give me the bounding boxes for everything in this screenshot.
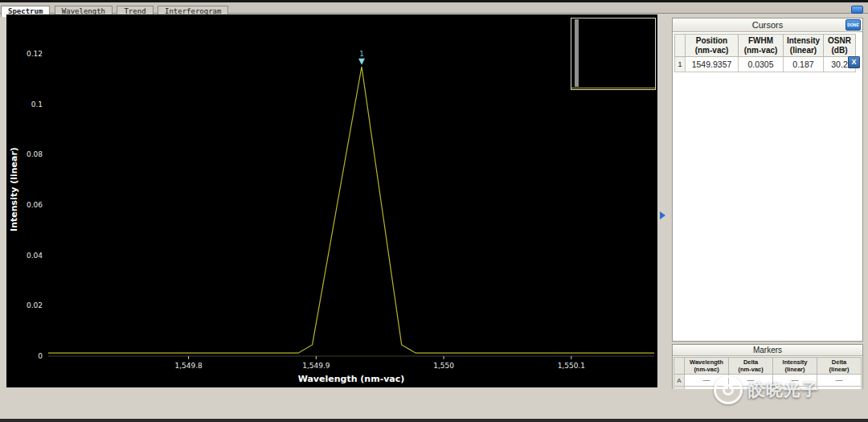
cursor-delete-button[interactable]: X bbox=[848, 56, 860, 68]
cursor-intensity-value: 0.187 bbox=[784, 57, 824, 72]
markers-header-id bbox=[674, 358, 685, 375]
cursor-row: 1 1549.9357 0.0305 0.187 30.2 bbox=[675, 57, 856, 72]
col-label-line1: Intensity bbox=[773, 358, 817, 366]
cursors-done-button[interactable]: DONE bbox=[845, 19, 861, 31]
col-label-line2: (dB) bbox=[825, 46, 854, 55]
svg-text:0.04: 0.04 bbox=[27, 252, 43, 260]
cursors-header-fwhm: FWHM (nm-vac) bbox=[739, 35, 784, 57]
marker-row-a: A — — — — bbox=[674, 375, 862, 387]
marker-a-id: A bbox=[674, 375, 685, 387]
svg-text:1,550: 1,550 bbox=[433, 362, 454, 370]
col-label-line2: (nm-vac) bbox=[729, 366, 772, 373]
svg-text:0: 0 bbox=[38, 352, 43, 360]
svg-text:0.08: 0.08 bbox=[27, 150, 43, 158]
markers-header-row: Wavelength (nm-vac) Delta (nm-vac) Inten… bbox=[674, 358, 862, 375]
col-label-line1: Delta bbox=[729, 358, 772, 366]
col-label-line1: Delta bbox=[817, 358, 861, 366]
cursors-title-label: Cursors bbox=[752, 20, 784, 30]
col-label-line2: (nm-vac) bbox=[685, 366, 729, 373]
col-label-line2: (linear) bbox=[773, 366, 817, 373]
marker-a-delta-nm: — bbox=[729, 375, 773, 387]
col-label-line2: (linear) bbox=[784, 46, 822, 55]
cursors-table: Position (nm-vac) FWHM (nm-vac) Intensit… bbox=[674, 34, 856, 72]
cursor-fwhm-value: 0.0305 bbox=[739, 57, 784, 72]
col-label-line1: FWHM bbox=[739, 36, 782, 46]
cursor-position-value: 1549.9357 bbox=[686, 57, 739, 72]
col-label-line1: Wavelength bbox=[685, 358, 729, 366]
markers-title-label: Markers bbox=[753, 346, 782, 354]
marker-a-intensity: — bbox=[772, 375, 817, 387]
app-icon bbox=[851, 6, 863, 14]
col-label-line2: (nm-vac) bbox=[739, 46, 782, 55]
col-label-line2: (nm-vac) bbox=[686, 46, 737, 55]
cursors-panel: Cursors DONE Position (nm-vac) FWHM (nm-… bbox=[672, 18, 863, 342]
markers-header-wavelength: Wavelength (nm-vac) bbox=[684, 358, 729, 375]
overview-inset[interactable] bbox=[571, 18, 656, 90]
svg-text:Intensity (linear): Intensity (linear) bbox=[9, 147, 19, 231]
markers-panel-title: Markers bbox=[673, 345, 862, 356]
bottom-toolbar: Click on the spectrum to add a cursor. bbox=[0, 389, 868, 419]
markers-header-delta-nm: Delta (nm-vac) bbox=[729, 358, 773, 375]
svg-text:1,549.9: 1,549.9 bbox=[302, 362, 330, 370]
inset-baseline bbox=[571, 88, 655, 88]
app-window: Spectrum Wavelength Trend Interferogram … bbox=[0, 0, 868, 422]
svg-text:1,550.1: 1,550.1 bbox=[558, 362, 585, 370]
svg-text:0.1: 0.1 bbox=[31, 100, 43, 109]
marker-a-wavelength: — bbox=[684, 375, 729, 387]
tab-bar: Spectrum Wavelength Trend Interferogram bbox=[0, 2, 868, 14]
cursors-header-intensity: Intensity (linear) bbox=[784, 35, 824, 57]
marker-a-delta-linear: — bbox=[817, 375, 862, 387]
bottom-border bbox=[0, 419, 868, 422]
inset-peak-bar bbox=[575, 19, 579, 87]
cursor-row-id: 1 bbox=[675, 57, 686, 72]
svg-text:Wavelength (nm-vac): Wavelength (nm-vac) bbox=[298, 374, 405, 384]
svg-text:0.12: 0.12 bbox=[27, 50, 43, 58]
spectrum-plot[interactable]: 00.020.040.060.080.10.121,549.81,549.91,… bbox=[6, 14, 657, 387]
spectrum-chart[interactable]: 00.020.040.060.080.10.121,549.81,549.91,… bbox=[6, 14, 657, 387]
cursors-header-id bbox=[675, 35, 686, 57]
svg-text:0.02: 0.02 bbox=[27, 301, 43, 309]
cursors-header-position: Position (nm-vac) bbox=[686, 35, 739, 57]
svg-text:1: 1 bbox=[359, 51, 363, 58]
col-label-line1: Intensity bbox=[784, 36, 822, 46]
col-label-line1: Position bbox=[686, 36, 737, 46]
cursors-header-row: Position (nm-vac) FWHM (nm-vac) Intensit… bbox=[675, 35, 856, 57]
col-label-line1: OSNR bbox=[825, 36, 854, 46]
svg-text:0.06: 0.06 bbox=[27, 201, 43, 209]
col-label-line2: (linear) bbox=[817, 366, 861, 373]
markers-header-intensity: Intensity (linear) bbox=[772, 358, 817, 375]
svg-text:1,549.8: 1,549.8 bbox=[174, 362, 203, 370]
cursors-panel-title: Cursors DONE bbox=[673, 18, 862, 32]
cursors-header-osnr: OSNR (dB) bbox=[824, 35, 856, 57]
expand-panel-arrow[interactable] bbox=[660, 211, 665, 219]
markers-header-delta-linear: Delta (linear) bbox=[817, 358, 862, 375]
